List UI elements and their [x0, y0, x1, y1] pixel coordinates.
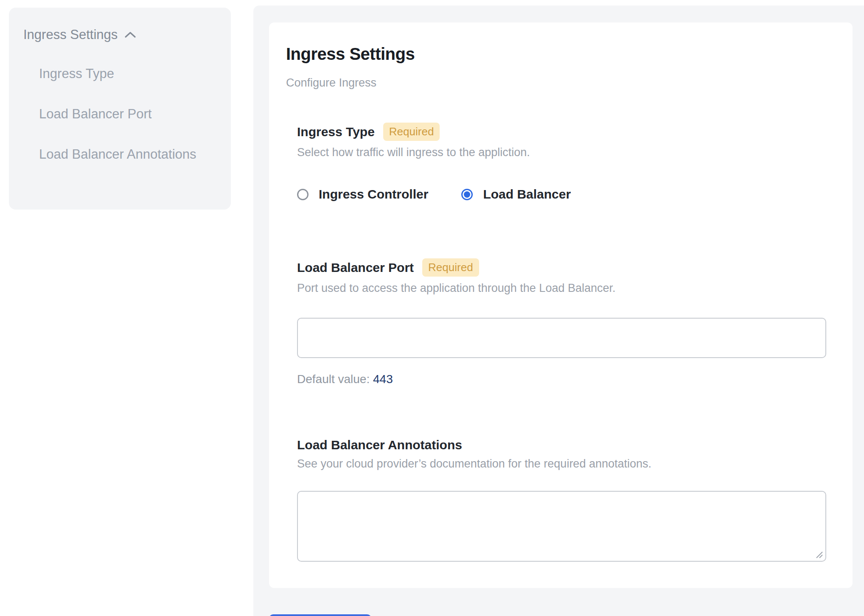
ingress-type-radio-group: Ingress Controller Load Balancer	[297, 187, 826, 202]
required-badge: Required	[383, 123, 440, 141]
radio-unselected-icon[interactable]	[297, 189, 309, 200]
main-panel: Ingress Settings Configure Ingress Ingre…	[253, 6, 864, 616]
page-subtitle: Configure Ingress	[286, 76, 826, 90]
sidebar-item-load-balancer-annotations[interactable]: Load Balancer Annotations	[39, 145, 216, 164]
chevron-up-icon	[124, 31, 136, 39]
section-load-balancer-annotations: Load Balancer Annotations See your cloud…	[297, 438, 826, 562]
sidebar-section-label: Ingress Settings	[23, 27, 118, 42]
load-balancer-port-input[interactable]	[297, 318, 826, 358]
load-balancer-annotations-textarea[interactable]	[297, 491, 826, 562]
radio-option-ingress-controller[interactable]: Ingress Controller	[297, 187, 428, 202]
section-ingress-type: Ingress Type Required Select how traffic…	[297, 123, 826, 202]
default-value: 443	[373, 372, 393, 386]
default-value-line: Default value: 443	[297, 372, 826, 386]
radio-selected-icon[interactable]	[461, 189, 473, 200]
radio-label: Ingress Controller	[319, 187, 428, 202]
resize-handle-icon[interactable]	[814, 549, 823, 559]
page-title: Ingress Settings	[286, 45, 826, 64]
default-value-label: Default value:	[297, 372, 370, 386]
radio-label: Load Balancer	[483, 187, 571, 202]
required-badge: Required	[422, 258, 479, 277]
ingress-type-heading: Ingress Type	[297, 125, 375, 139]
section-load-balancer-port: Load Balancer Port Required Port used to…	[297, 258, 826, 386]
sidebar-item-load-balancer-port[interactable]: Load Balancer Port	[39, 105, 216, 124]
ingress-type-description: Select how traffic will ingress to the a…	[297, 146, 826, 159]
radio-option-load-balancer[interactable]: Load Balancer	[461, 187, 571, 202]
lb-port-heading: Load Balancer Port	[297, 260, 414, 275]
lb-annotations-description: See your cloud provider’s documentation …	[297, 457, 826, 470]
save-config-button[interactable]: Save config	[269, 614, 371, 616]
lb-annotations-heading: Load Balancer Annotations	[297, 438, 462, 452]
sidebar-item-list: Ingress Type Load Balancer Port Load Bal…	[23, 64, 216, 164]
settings-nav-sidebar: Ingress Settings Ingress Type Load Balan…	[9, 8, 231, 210]
sidebar-item-ingress-type[interactable]: Ingress Type	[39, 64, 216, 84]
sidebar-section-ingress-settings[interactable]: Ingress Settings	[23, 27, 216, 42]
ingress-settings-card: Ingress Settings Configure Ingress Ingre…	[269, 22, 853, 588]
lb-port-description: Port used to access the application thro…	[297, 282, 826, 295]
